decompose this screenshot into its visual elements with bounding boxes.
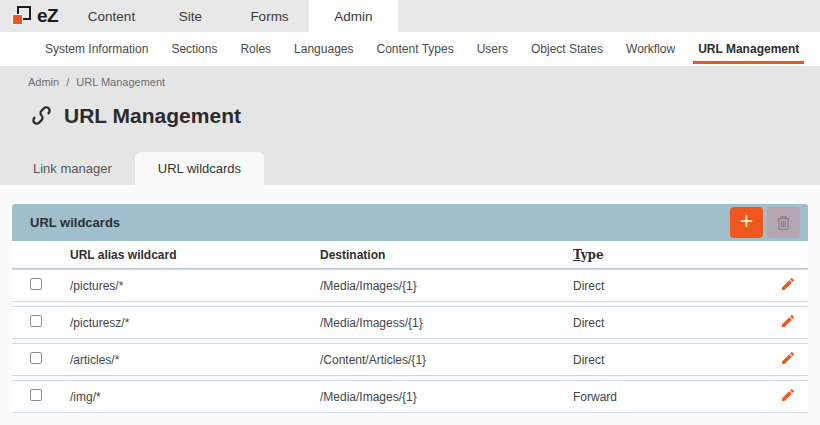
table-row: /img/* /Media/Images/{1} Forward: [12, 380, 808, 413]
top-nav-item-content[interactable]: Content: [72, 0, 151, 32]
top-nav-item-admin[interactable]: Admin: [309, 0, 398, 32]
pencil-icon: [780, 276, 796, 292]
ez-logo-icon: [11, 5, 33, 27]
row-checkbox[interactable]: [30, 315, 42, 327]
url-wildcards-panel-header: URL wildcards +: [12, 204, 808, 241]
content-area: URL wildcards + URL alias wildcard Desti…: [0, 185, 820, 413]
table-header-row: URL alias wildcard Destination Type: [12, 241, 808, 269]
row-destination: /Content/Articles/{1}: [308, 353, 561, 367]
breadcrumb: Admin / URL Management: [0, 66, 820, 88]
panel-title: URL wildcards: [30, 215, 730, 230]
tab-link-manager[interactable]: Link manager: [10, 152, 135, 185]
plus-icon: +: [740, 210, 753, 233]
row-destination: /Media/Imagess/{1}: [308, 316, 561, 330]
trash-icon: [776, 215, 791, 231]
row-type: Direct: [561, 279, 768, 293]
admin-nav-item-system-information[interactable]: System Information: [45, 32, 148, 66]
admin-nav-item-object-states[interactable]: Object States: [531, 32, 603, 66]
breadcrumb-separator: /: [66, 76, 69, 88]
row-checkbox[interactable]: [30, 278, 42, 290]
admin-nav-item-content-types[interactable]: Content Types: [376, 32, 453, 66]
row-type: Direct: [561, 316, 768, 330]
admin-nav-item-workflow[interactable]: Workflow: [626, 32, 675, 66]
top-nav: eZ Content Site Forms Admin: [0, 0, 820, 32]
breadcrumb-item-admin[interactable]: Admin: [28, 76, 59, 88]
row-checkbox[interactable]: [30, 389, 42, 401]
row-url-alias-wildcard: /img/*: [58, 390, 308, 404]
row-type: Forward: [561, 390, 768, 404]
column-header-type: Type: [561, 248, 768, 262]
admin-nav-item-sections[interactable]: Sections: [171, 32, 217, 66]
ez-logo[interactable]: eZ: [0, 0, 72, 32]
tab-url-wildcards[interactable]: URL wildcards: [135, 152, 264, 185]
pencil-icon: [780, 350, 796, 366]
admin-nav-item-url-management[interactable]: URL Management: [698, 32, 799, 66]
row-destination: /Media/Images/{1}: [308, 279, 561, 293]
row-url-alias-wildcard: /pictures/*: [58, 279, 308, 293]
row-checkbox[interactable]: [30, 352, 42, 364]
row-destination: /Media/Images/{1}: [308, 390, 561, 404]
top-nav-item-site[interactable]: Site: [151, 0, 230, 32]
page-head: Admin / URL Management URL Management Li…: [0, 66, 820, 185]
edit-wildcard-button[interactable]: [778, 274, 798, 297]
tab-bar: Link manager URL wildcards: [0, 152, 820, 185]
admin-nav-item-languages[interactable]: Languages: [294, 32, 353, 66]
edit-wildcard-button[interactable]: [778, 348, 798, 371]
table-body: /pictures/* /Media/Images/{1} Direct /pi…: [12, 269, 808, 413]
delete-wildcard-button[interactable]: [767, 207, 800, 238]
table-row: /articles/* /Content/Articles/{1} Direct: [12, 343, 808, 376]
admin-nav-item-users[interactable]: Users: [477, 32, 508, 66]
edit-wildcard-button[interactable]: [778, 311, 798, 334]
admin-nav: System Information Sections Roles Langua…: [0, 32, 820, 66]
edit-wildcard-button[interactable]: [778, 385, 798, 408]
column-header-destination: Destination: [308, 248, 561, 262]
row-url-alias-wildcard: /picturesz/*: [58, 316, 308, 330]
page-title: URL Management: [64, 104, 241, 128]
pencil-icon: [780, 313, 796, 329]
top-nav-item-forms[interactable]: Forms: [230, 0, 309, 32]
pencil-icon: [780, 387, 796, 403]
ez-logo-text: eZ: [37, 5, 58, 27]
admin-nav-item-roles[interactable]: Roles: [240, 32, 271, 66]
link-icon: [22, 96, 60, 134]
row-url-alias-wildcard: /articles/*: [58, 353, 308, 367]
table-row: /pictures/* /Media/Images/{1} Direct: [12, 269, 808, 302]
add-wildcard-button[interactable]: +: [730, 207, 763, 238]
breadcrumb-item-url-management: URL Management: [76, 76, 165, 88]
table-row: /picturesz/* /Media/Imagess/{1} Direct: [12, 306, 808, 339]
row-type: Direct: [561, 353, 768, 367]
column-header-url-alias-wildcard: URL alias wildcard: [58, 248, 308, 262]
